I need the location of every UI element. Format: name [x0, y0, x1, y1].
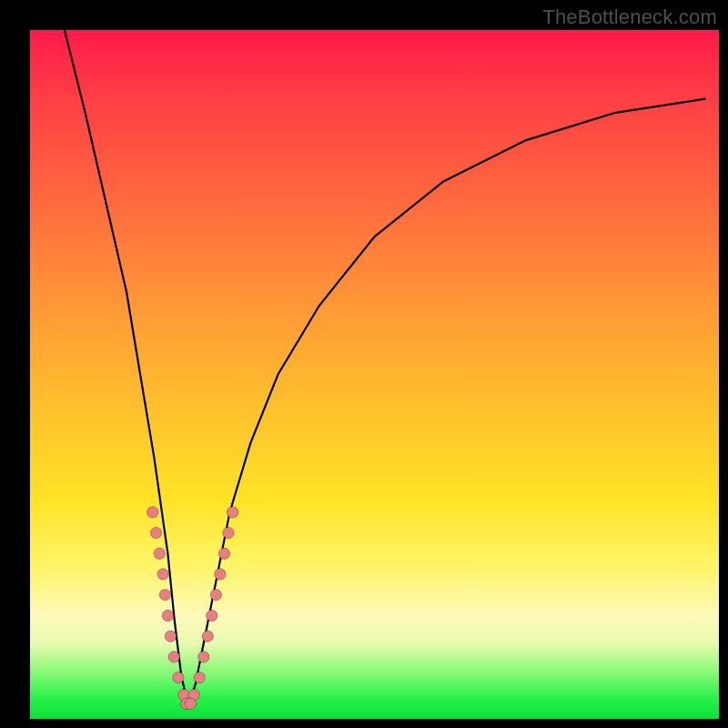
data-bead	[207, 610, 217, 621]
data-bead	[157, 569, 168, 580]
watermark-text: TheBottleneck.com	[542, 5, 717, 29]
data-bead	[218, 548, 229, 559]
curve-layer	[30, 30, 719, 719]
bead-group	[147, 507, 238, 710]
data-bead	[194, 672, 205, 682]
data-bead	[202, 631, 213, 642]
data-bead	[198, 652, 209, 662]
data-bead	[173, 672, 184, 682]
data-bead	[159, 590, 170, 601]
data-bead	[215, 569, 226, 580]
data-bead	[185, 698, 196, 709]
data-bead	[165, 631, 176, 642]
data-bead	[162, 610, 173, 621]
bottleneck-curve	[65, 30, 705, 705]
plot-area	[30, 30, 719, 719]
data-bead	[150, 527, 161, 538]
data-bead	[168, 652, 179, 662]
data-bead	[210, 590, 221, 601]
data-bead	[154, 548, 165, 559]
chart-stage: TheBottleneck.com	[0, 0, 728, 728]
data-bead	[227, 507, 238, 518]
data-bead	[223, 527, 234, 538]
data-bead	[147, 507, 158, 518]
